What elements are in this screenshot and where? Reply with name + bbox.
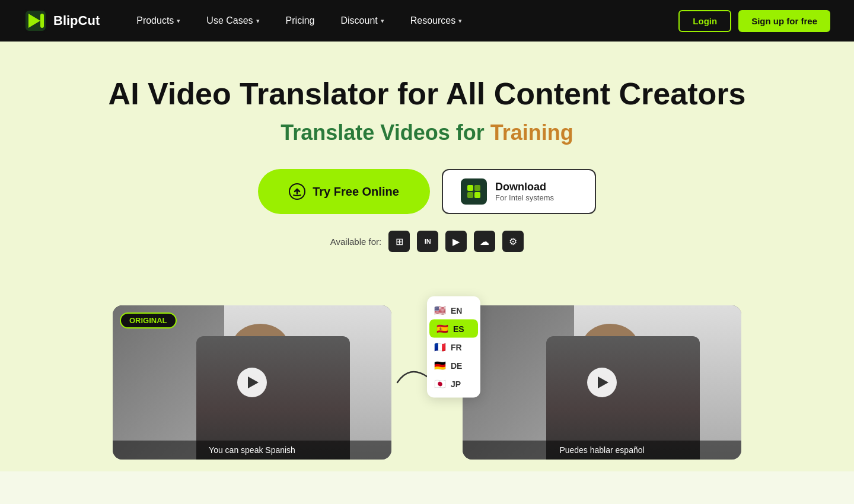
flag-en: 🇺🇸 <box>434 305 446 316</box>
flag-de: 🇩🇪 <box>434 360 446 371</box>
discount-chevron-icon: ▾ <box>381 17 384 25</box>
subtitle-right: Puedes hablar español <box>463 441 741 460</box>
logo-text: BlipCut <box>53 13 100 28</box>
flag-jp: 🇯🇵 <box>434 378 446 390</box>
arrow-container: 🇺🇸 EN 🇪🇸 ES 🇫🇷 FR 🇩🇪 DE 🇯🇵 J <box>391 359 463 406</box>
login-button[interactable]: Login <box>678 10 731 32</box>
products-chevron-icon: ▾ <box>177 17 180 25</box>
play-icon-left <box>248 377 259 388</box>
svg-rect-5 <box>474 185 480 191</box>
upload-icon <box>289 183 305 200</box>
hero-section: AI Video Translator for All Content Crea… <box>0 42 854 305</box>
demo-row: ORIGINAL You can speak Spanish 🇺🇸 EN 🇪🇸 <box>0 305 854 471</box>
available-row: Available for: ⊞ IN ▶ ☁ ⚙ <box>24 231 830 252</box>
platform-other-icon[interactable]: ⚙ <box>502 231 524 252</box>
cta-row: Try Free Online Download For Intel syste… <box>24 169 830 214</box>
nav-discount[interactable]: Discount ▾ <box>328 0 397 42</box>
play-button-right[interactable] <box>587 368 617 397</box>
nav-actions: Login Sign up for free <box>678 10 830 32</box>
lang-en-code: EN <box>451 305 462 315</box>
download-icon <box>461 178 487 205</box>
svg-rect-4 <box>467 185 473 191</box>
nav-products[interactable]: Products ▾ <box>123 0 193 42</box>
demo-arrow-area: 🇺🇸 EN 🇪🇸 ES 🇫🇷 FR 🇩🇪 DE 🇯🇵 J <box>391 359 463 406</box>
navbar: BlipCut Products ▾ Use Cases ▾ Pricing D… <box>0 0 854 42</box>
use-cases-chevron-icon: ▾ <box>256 17 260 25</box>
logo-link[interactable]: BlipCut <box>24 9 100 33</box>
lang-en[interactable]: 🇺🇸 EN <box>427 301 480 320</box>
lang-de[interactable]: 🇩🇪 DE <box>427 356 480 375</box>
svg-rect-2 <box>40 14 44 28</box>
translated-video[interactable]: Puedes hablar español <box>463 305 741 460</box>
original-badge: ORIGINAL <box>120 312 177 328</box>
hero-subtitle-part2: Training <box>490 120 573 145</box>
platform-desktop-icon[interactable]: ▶ <box>445 231 467 252</box>
download-text: Download For Intel systems <box>495 181 554 202</box>
resources-chevron-icon: ▾ <box>458 17 462 25</box>
hero-subtitle-part1: Translate Videos for <box>281 120 490 145</box>
download-button[interactable]: Download For Intel systems <box>442 169 596 214</box>
platform-intel-icon[interactable]: IN <box>417 231 438 252</box>
lang-es-code: ES <box>453 324 464 333</box>
lang-fr-code: FR <box>451 342 462 352</box>
original-video[interactable]: ORIGINAL You can speak Spanish <box>113 305 391 460</box>
platform-windows-icon[interactable]: ⊞ <box>388 231 410 252</box>
try-free-button[interactable]: Try Free Online <box>258 169 430 214</box>
flag-es: 🇪🇸 <box>436 323 448 334</box>
svg-rect-7 <box>474 192 480 198</box>
language-selector[interactable]: 🇺🇸 EN 🇪🇸 ES 🇫🇷 FR 🇩🇪 DE 🇯🇵 J <box>427 296 480 398</box>
lang-fr[interactable]: 🇫🇷 FR <box>427 338 480 356</box>
lang-jp-code: JP <box>451 379 461 388</box>
logo-icon <box>24 9 47 33</box>
platform-cloud-icon[interactable]: ☁ <box>474 231 495 252</box>
available-label: Available for: <box>330 237 381 247</box>
lang-jp[interactable]: 🇯🇵 JP <box>427 375 480 393</box>
play-icon-right <box>598 377 608 388</box>
signup-button[interactable]: Sign up for free <box>738 10 830 32</box>
subtitle-left: You can speak Spanish <box>113 441 391 460</box>
lang-de-code: DE <box>451 361 462 370</box>
hero-subtitle: Translate Videos for Training <box>24 120 830 145</box>
nav-pricing[interactable]: Pricing <box>273 0 328 42</box>
nav-resources[interactable]: Resources ▾ <box>397 0 475 42</box>
lang-es[interactable]: 🇪🇸 ES <box>429 320 478 338</box>
nav-use-cases[interactable]: Use Cases ▾ <box>193 0 272 42</box>
nav-links: Products ▾ Use Cases ▾ Pricing Discount … <box>123 0 678 42</box>
hero-title: AI Video Translator for All Content Crea… <box>24 77 830 111</box>
svg-rect-6 <box>467 192 473 198</box>
flag-fr: 🇫🇷 <box>434 342 446 353</box>
play-button-left[interactable] <box>237 368 267 397</box>
